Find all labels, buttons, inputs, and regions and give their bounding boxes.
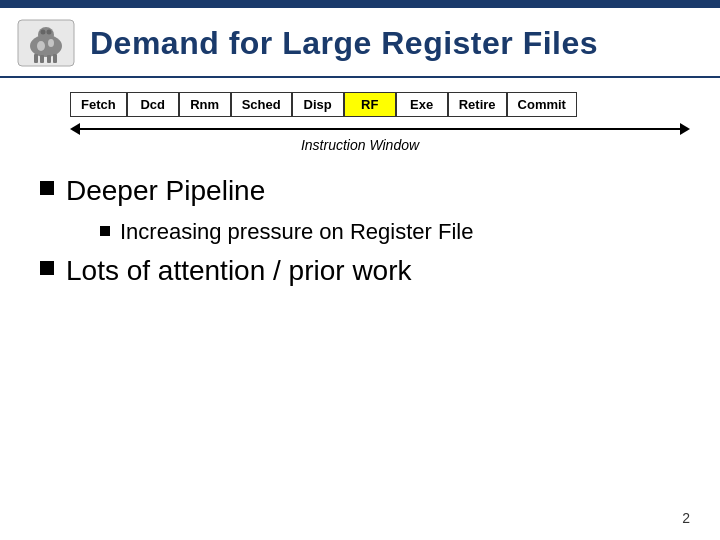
svg-rect-5 <box>34 54 38 63</box>
slide: Demand for Large Register Files FetchDcd… <box>0 0 720 540</box>
page-number: 2 <box>682 510 690 526</box>
arrow-line <box>80 128 680 130</box>
instruction-window-label-row: Instruction Window <box>30 137 690 153</box>
top-bar <box>0 0 720 8</box>
sub-bullet-1-1-text: Increasing pressure on Register File <box>120 219 473 245</box>
stage-disp: Disp <box>292 92 344 117</box>
instruction-window-row <box>70 123 690 135</box>
bullet-2: Lots of attention / prior work <box>40 253 680 289</box>
bullet-1-icon <box>40 181 54 195</box>
stage-commit: Commit <box>507 92 577 117</box>
pipeline-section: FetchDcdRnmSchedDispRFExeRetireCommit In… <box>0 78 720 153</box>
svg-rect-7 <box>47 55 51 63</box>
stage-sched: Sched <box>231 92 292 117</box>
pipeline-stages: FetchDcdRnmSchedDispRFExeRetireCommit <box>70 92 690 117</box>
bullet-2-text: Lots of attention / prior work <box>66 253 412 289</box>
slide-title: Demand for Large Register Files <box>90 25 598 62</box>
header: Demand for Large Register Files <box>0 8 720 78</box>
svg-point-3 <box>41 30 46 35</box>
stage-fetch: Fetch <box>70 92 127 117</box>
svg-point-10 <box>48 39 54 47</box>
svg-point-4 <box>47 30 52 35</box>
stage-dcd: Dcd <box>127 92 179 117</box>
logo <box>16 18 76 68</box>
arrow-right-icon <box>680 123 690 135</box>
svg-rect-6 <box>40 55 44 63</box>
stage-rf: RF <box>344 92 396 117</box>
svg-point-9 <box>37 41 45 51</box>
arrow-container <box>70 123 690 135</box>
stage-exe: Exe <box>396 92 448 117</box>
content-area: Deeper Pipeline Increasing pressure on R… <box>0 153 720 290</box>
bullet-2-icon <box>40 261 54 275</box>
stage-retire: Retire <box>448 92 507 117</box>
arrow-left-icon <box>70 123 80 135</box>
bullet-1-text: Deeper Pipeline <box>66 173 265 209</box>
instruction-window-label: Instruction Window <box>301 137 419 153</box>
bullet-1: Deeper Pipeline <box>40 173 680 209</box>
sub-bullet-1-1-icon <box>100 226 110 236</box>
stage-rnm: Rnm <box>179 92 231 117</box>
sub-bullet-1-1: Increasing pressure on Register File <box>100 219 680 245</box>
svg-rect-8 <box>53 54 57 63</box>
